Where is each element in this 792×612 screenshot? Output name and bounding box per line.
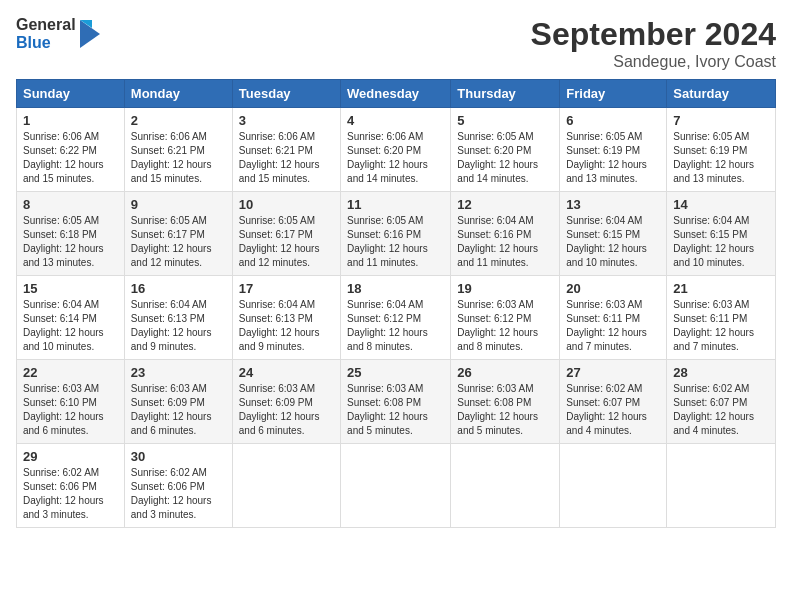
week-row-4: 22 Sunrise: 6:03 AM Sunset: 6:10 PM Dayl… xyxy=(17,360,776,444)
logo: General Blue xyxy=(16,16,100,51)
day-cell-25: 25 Sunrise: 6:03 AM Sunset: 6:08 PM Dayl… xyxy=(341,360,451,444)
day-cell-19: 19 Sunrise: 6:03 AM Sunset: 6:12 PM Dayl… xyxy=(451,276,560,360)
calendar-table: Sunday Monday Tuesday Wednesday Thursday… xyxy=(16,79,776,528)
week-row-3: 15 Sunrise: 6:04 AM Sunset: 6:14 PM Dayl… xyxy=(17,276,776,360)
header-monday: Monday xyxy=(124,80,232,108)
day-number: 1 xyxy=(23,113,118,128)
location-title: Sandegue, Ivory Coast xyxy=(531,53,776,71)
day-info: Sunrise: 6:05 AM Sunset: 6:17 PM Dayligh… xyxy=(239,214,334,270)
week-row-1: 1 Sunrise: 6:06 AM Sunset: 6:22 PM Dayli… xyxy=(17,108,776,192)
day-number: 21 xyxy=(673,281,769,296)
day-info: Sunrise: 6:06 AM Sunset: 6:21 PM Dayligh… xyxy=(239,130,334,186)
day-cell-empty xyxy=(560,444,667,528)
day-info: Sunrise: 6:04 AM Sunset: 6:16 PM Dayligh… xyxy=(457,214,553,270)
day-info: Sunrise: 6:03 AM Sunset: 6:09 PM Dayligh… xyxy=(131,382,226,438)
day-cell-17: 17 Sunrise: 6:04 AM Sunset: 6:13 PM Dayl… xyxy=(232,276,340,360)
day-number: 17 xyxy=(239,281,334,296)
day-info: Sunrise: 6:03 AM Sunset: 6:12 PM Dayligh… xyxy=(457,298,553,354)
week-row-2: 8 Sunrise: 6:05 AM Sunset: 6:18 PM Dayli… xyxy=(17,192,776,276)
day-cell-20: 20 Sunrise: 6:03 AM Sunset: 6:11 PM Dayl… xyxy=(560,276,667,360)
day-cell-empty xyxy=(451,444,560,528)
day-info: Sunrise: 6:05 AM Sunset: 6:19 PM Dayligh… xyxy=(566,130,660,186)
day-number: 20 xyxy=(566,281,660,296)
day-cell-22: 22 Sunrise: 6:03 AM Sunset: 6:10 PM Dayl… xyxy=(17,360,125,444)
header-thursday: Thursday xyxy=(451,80,560,108)
page-header: General Blue September 2024 Sandegue, Iv… xyxy=(16,16,776,71)
day-info: Sunrise: 6:04 AM Sunset: 6:12 PM Dayligh… xyxy=(347,298,444,354)
day-cell-24: 24 Sunrise: 6:03 AM Sunset: 6:09 PM Dayl… xyxy=(232,360,340,444)
day-number: 19 xyxy=(457,281,553,296)
day-number: 26 xyxy=(457,365,553,380)
header-sunday: Sunday xyxy=(17,80,125,108)
day-number: 7 xyxy=(673,113,769,128)
day-cell-23: 23 Sunrise: 6:03 AM Sunset: 6:09 PM Dayl… xyxy=(124,360,232,444)
day-number: 4 xyxy=(347,113,444,128)
day-info: Sunrise: 6:03 AM Sunset: 6:11 PM Dayligh… xyxy=(566,298,660,354)
day-number: 30 xyxy=(131,449,226,464)
day-info: Sunrise: 6:05 AM Sunset: 6:18 PM Dayligh… xyxy=(23,214,118,270)
day-number: 13 xyxy=(566,197,660,212)
day-number: 12 xyxy=(457,197,553,212)
day-info: Sunrise: 6:05 AM Sunset: 6:16 PM Dayligh… xyxy=(347,214,444,270)
day-info: Sunrise: 6:04 AM Sunset: 6:15 PM Dayligh… xyxy=(673,214,769,270)
day-number: 27 xyxy=(566,365,660,380)
day-cell-6: 6 Sunrise: 6:05 AM Sunset: 6:19 PM Dayli… xyxy=(560,108,667,192)
day-number: 9 xyxy=(131,197,226,212)
day-info: Sunrise: 6:05 AM Sunset: 6:17 PM Dayligh… xyxy=(131,214,226,270)
day-info: Sunrise: 6:03 AM Sunset: 6:10 PM Dayligh… xyxy=(23,382,118,438)
day-cell-27: 27 Sunrise: 6:02 AM Sunset: 6:07 PM Dayl… xyxy=(560,360,667,444)
month-title: September 2024 xyxy=(531,16,776,53)
day-number: 10 xyxy=(239,197,334,212)
day-number: 15 xyxy=(23,281,118,296)
day-cell-28: 28 Sunrise: 6:02 AM Sunset: 6:07 PM Dayl… xyxy=(667,360,776,444)
day-cell-empty xyxy=(341,444,451,528)
day-cell-5: 5 Sunrise: 6:05 AM Sunset: 6:20 PM Dayli… xyxy=(451,108,560,192)
day-info: Sunrise: 6:02 AM Sunset: 6:07 PM Dayligh… xyxy=(566,382,660,438)
day-info: Sunrise: 6:03 AM Sunset: 6:11 PM Dayligh… xyxy=(673,298,769,354)
day-info: Sunrise: 6:05 AM Sunset: 6:19 PM Dayligh… xyxy=(673,130,769,186)
day-number: 8 xyxy=(23,197,118,212)
day-cell-1: 1 Sunrise: 6:06 AM Sunset: 6:22 PM Dayli… xyxy=(17,108,125,192)
day-info: Sunrise: 6:04 AM Sunset: 6:13 PM Dayligh… xyxy=(239,298,334,354)
day-number: 2 xyxy=(131,113,226,128)
day-number: 14 xyxy=(673,197,769,212)
day-cell-8: 8 Sunrise: 6:05 AM Sunset: 6:18 PM Dayli… xyxy=(17,192,125,276)
day-cell-empty xyxy=(232,444,340,528)
day-cell-14: 14 Sunrise: 6:04 AM Sunset: 6:15 PM Dayl… xyxy=(667,192,776,276)
day-info: Sunrise: 6:06 AM Sunset: 6:20 PM Dayligh… xyxy=(347,130,444,186)
day-info: Sunrise: 6:03 AM Sunset: 6:08 PM Dayligh… xyxy=(457,382,553,438)
day-cell-11: 11 Sunrise: 6:05 AM Sunset: 6:16 PM Dayl… xyxy=(341,192,451,276)
day-info: Sunrise: 6:06 AM Sunset: 6:22 PM Dayligh… xyxy=(23,130,118,186)
day-cell-3: 3 Sunrise: 6:06 AM Sunset: 6:21 PM Dayli… xyxy=(232,108,340,192)
header-friday: Friday xyxy=(560,80,667,108)
day-cell-18: 18 Sunrise: 6:04 AM Sunset: 6:12 PM Dayl… xyxy=(341,276,451,360)
day-info: Sunrise: 6:06 AM Sunset: 6:21 PM Dayligh… xyxy=(131,130,226,186)
day-info: Sunrise: 6:02 AM Sunset: 6:07 PM Dayligh… xyxy=(673,382,769,438)
day-cell-30: 30 Sunrise: 6:02 AM Sunset: 6:06 PM Dayl… xyxy=(124,444,232,528)
weekday-header-row: Sunday Monday Tuesday Wednesday Thursday… xyxy=(17,80,776,108)
day-info: Sunrise: 6:03 AM Sunset: 6:08 PM Dayligh… xyxy=(347,382,444,438)
day-info: Sunrise: 6:04 AM Sunset: 6:15 PM Dayligh… xyxy=(566,214,660,270)
day-info: Sunrise: 6:03 AM Sunset: 6:09 PM Dayligh… xyxy=(239,382,334,438)
day-cell-7: 7 Sunrise: 6:05 AM Sunset: 6:19 PM Dayli… xyxy=(667,108,776,192)
day-number: 24 xyxy=(239,365,334,380)
day-cell-2: 2 Sunrise: 6:06 AM Sunset: 6:21 PM Dayli… xyxy=(124,108,232,192)
header-tuesday: Tuesday xyxy=(232,80,340,108)
day-cell-26: 26 Sunrise: 6:03 AM Sunset: 6:08 PM Dayl… xyxy=(451,360,560,444)
day-cell-9: 9 Sunrise: 6:05 AM Sunset: 6:17 PM Dayli… xyxy=(124,192,232,276)
day-number: 28 xyxy=(673,365,769,380)
day-cell-29: 29 Sunrise: 6:02 AM Sunset: 6:06 PM Dayl… xyxy=(17,444,125,528)
header-saturday: Saturday xyxy=(667,80,776,108)
day-info: Sunrise: 6:04 AM Sunset: 6:14 PM Dayligh… xyxy=(23,298,118,354)
day-number: 16 xyxy=(131,281,226,296)
day-number: 29 xyxy=(23,449,118,464)
day-cell-13: 13 Sunrise: 6:04 AM Sunset: 6:15 PM Dayl… xyxy=(560,192,667,276)
day-number: 5 xyxy=(457,113,553,128)
day-info: Sunrise: 6:02 AM Sunset: 6:06 PM Dayligh… xyxy=(23,466,118,522)
day-cell-empty xyxy=(667,444,776,528)
day-info: Sunrise: 6:04 AM Sunset: 6:13 PM Dayligh… xyxy=(131,298,226,354)
day-number: 23 xyxy=(131,365,226,380)
week-row-5: 29 Sunrise: 6:02 AM Sunset: 6:06 PM Dayl… xyxy=(17,444,776,528)
logo-arrow-icon xyxy=(80,20,100,48)
day-info: Sunrise: 6:05 AM Sunset: 6:20 PM Dayligh… xyxy=(457,130,553,186)
